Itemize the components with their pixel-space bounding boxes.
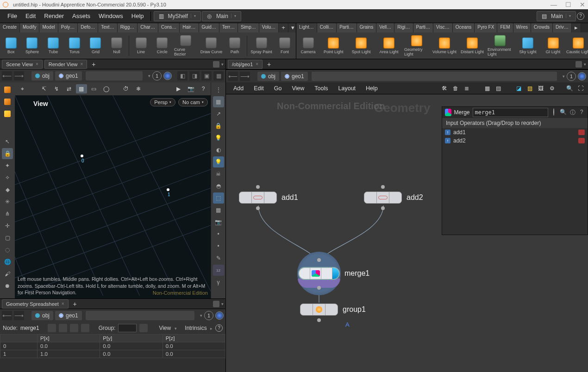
nav-back-button[interactable]: ⟵ bbox=[2, 71, 12, 81]
tool-draw-curve[interactable]: Draw Curve bbox=[200, 37, 223, 54]
group-picker[interactable] bbox=[139, 324, 148, 332]
panel-menu-button[interactable]: ▾ bbox=[221, 302, 224, 306]
vp-mode-8[interactable]: ❄ bbox=[133, 84, 144, 93]
camera-menu[interactable]: Persp▾ bbox=[150, 98, 175, 106]
tool-font[interactable]: Font bbox=[275, 37, 294, 54]
search-icon[interactable]: 🔍 bbox=[560, 109, 567, 116]
gear-icon[interactable] bbox=[551, 109, 557, 116]
shelf-tab[interactable]: Parti… bbox=[413, 23, 434, 32]
path-history-button[interactable]: ▾ bbox=[200, 313, 202, 318]
path-field[interactable] bbox=[86, 311, 194, 320]
shelf-tab-menu[interactable]: ▾ bbox=[288, 23, 296, 32]
net-menu-go[interactable]: Go bbox=[269, 83, 287, 93]
tool-env-light[interactable]: Environment Light bbox=[488, 35, 513, 56]
select-point-tool[interactable] bbox=[2, 108, 13, 119]
display-cam[interactable]: 📷 bbox=[213, 217, 224, 228]
menu-file[interactable]: File bbox=[4, 11, 21, 21]
tool-path[interactable]: Path bbox=[225, 37, 244, 54]
shelf-tab[interactable]: Cons… bbox=[158, 23, 180, 32]
tab-add-button[interactable]: + bbox=[264, 61, 274, 68]
axis-tool[interactable]: ✛ bbox=[2, 220, 13, 231]
menu-windows[interactable]: Windows bbox=[95, 11, 127, 21]
paint-tool[interactable]: 🖌 bbox=[2, 268, 13, 279]
pin-number[interactable]: 1 bbox=[204, 311, 213, 320]
tab-add-button[interactable]: + bbox=[89, 61, 98, 68]
shelf-tab[interactable]: Light… bbox=[296, 23, 317, 32]
tool-camera[interactable]: Camera bbox=[298, 37, 318, 54]
display-lock[interactable]: 🔒 bbox=[213, 120, 224, 131]
shelf-tab[interactable]: Terr… bbox=[219, 23, 238, 32]
net-menu-help[interactable]: Help bbox=[361, 83, 382, 93]
display-hull[interactable]: ▦ bbox=[213, 96, 224, 107]
network-graph[interactable]: Non-Commercial Edition Geometry add1 bbox=[226, 94, 588, 372]
node-add1[interactable]: add1 bbox=[239, 192, 298, 204]
viewport-3d[interactable]: View Persp▾ No cam▾ 0 1 Left mouse tumbl… bbox=[15, 95, 211, 298]
path-history-button[interactable]: ▾ bbox=[563, 74, 565, 79]
maximize-button[interactable]: ☐ bbox=[565, 1, 571, 8]
col-px[interactable]: P[x] bbox=[38, 335, 100, 342]
path-history-button[interactable]: ▾ bbox=[148, 74, 150, 78]
path-field[interactable] bbox=[312, 72, 557, 81]
snap-point-tool[interactable]: ✦ bbox=[2, 160, 13, 171]
node-add2[interactable]: add2 bbox=[364, 192, 423, 204]
shelf-tab[interactable]: Hair… bbox=[180, 23, 199, 32]
shelf-tab[interactable]: Parti… bbox=[337, 23, 357, 32]
shelf-tab[interactable]: Driv… bbox=[553, 23, 572, 32]
net-icon-wrench[interactable]: 🛠 bbox=[440, 84, 449, 93]
tool-sky-light[interactable]: Sky Light bbox=[515, 37, 540, 54]
net-icon-sticky[interactable]: ◪ bbox=[514, 84, 523, 93]
spreadsheet-table[interactable]: P[x] P[y] P[z] 00.00.00.0 11.00.00.0 bbox=[0, 334, 225, 372]
col-pz[interactable]: P[z] bbox=[163, 335, 225, 342]
view-dropdown[interactable]: View ▾ bbox=[159, 325, 176, 331]
net-icon-gear[interactable]: ⚙ bbox=[547, 84, 557, 93]
net-icon-grid1[interactable]: ▦ bbox=[482, 84, 492, 93]
vp-mode-1[interactable]: ↸ bbox=[38, 84, 50, 93]
nav-fwd-button[interactable]: ⟶ bbox=[14, 311, 24, 320]
tool-volume-light[interactable]: Volume Light bbox=[432, 37, 457, 54]
shelf-tab[interactable]: Oceans bbox=[453, 23, 475, 32]
shelf-tab[interactable]: Modify bbox=[20, 23, 39, 32]
snap-multi-tool[interactable]: ✳ bbox=[2, 196, 13, 207]
desktop-dropdown[interactable]: ◎ Main ▾ bbox=[202, 11, 241, 21]
record-tool[interactable]: ⏺ bbox=[2, 280, 13, 291]
display-opt-4[interactable]: ▦ bbox=[213, 71, 224, 81]
minimize-button[interactable]: — bbox=[550, 1, 557, 8]
param-input-row[interactable]: ↑ add1 bbox=[442, 128, 588, 136]
vp-mode-3[interactable]: ⇄ bbox=[63, 84, 75, 93]
intrinsics-dropdown[interactable]: Intrinsics ▸ bbox=[185, 325, 213, 331]
delete-input-button[interactable] bbox=[578, 130, 585, 135]
pin-number[interactable]: 1 bbox=[152, 71, 162, 81]
net-icon-note[interactable]: ▧ bbox=[525, 84, 534, 93]
tool-tube[interactable]: Tube bbox=[44, 37, 63, 54]
nav-back-button[interactable]: ⟵ bbox=[228, 72, 238, 81]
display-bulb[interactable]: 💡 bbox=[213, 156, 224, 167]
net-icon-list[interactable]: ≣ bbox=[462, 84, 471, 93]
vp-help-button[interactable]: ? bbox=[198, 84, 209, 93]
net-menu-layout[interactable]: Layout bbox=[334, 83, 361, 93]
display-toggle-b[interactable]: • bbox=[213, 241, 224, 252]
net-menu-tools[interactable]: Tools bbox=[310, 83, 332, 93]
shelf-tab[interactable]: Crowds bbox=[531, 23, 553, 32]
tool-null[interactable]: Null bbox=[107, 37, 126, 54]
reorder-icon[interactable]: ↑ bbox=[445, 138, 450, 143]
shelf-tab[interactable]: Model bbox=[39, 23, 58, 32]
node-name-input[interactable] bbox=[473, 108, 548, 117]
desktop2-dropdown[interactable]: ▤ Main ▾ bbox=[537, 11, 576, 21]
tool-sphere[interactable]: Sphere bbox=[23, 37, 42, 54]
path-crumb-geo1[interactable]: geo1 bbox=[55, 311, 82, 320]
close-icon[interactable]: × bbox=[62, 301, 64, 306]
pin-number[interactable]: 1 bbox=[567, 72, 576, 81]
path-crumb-obj[interactable]: obj bbox=[31, 311, 53, 320]
display-toggle-a[interactable]: • bbox=[213, 229, 224, 240]
help-button[interactable]: ? bbox=[577, 12, 584, 20]
panel-menu-button[interactable]: ▾ bbox=[221, 62, 224, 67]
shelf-tab[interactable]: Rigi… bbox=[394, 23, 413, 32]
shelf-tab[interactable]: Grains bbox=[357, 23, 376, 32]
nav-fwd-button[interactable]: ⟶ bbox=[240, 72, 250, 81]
vp-snapshot-button[interactable]: 📷 bbox=[185, 84, 196, 93]
tab-geometry-spreadsheet[interactable]: Geometry Spreadsheet× bbox=[2, 299, 69, 309]
shelf-tab[interactable]: Guid… bbox=[199, 23, 219, 32]
display-bg[interactable]: ▦ bbox=[213, 205, 224, 216]
bbox-tool[interactable]: ▢ bbox=[2, 232, 13, 243]
panel-float-button[interactable] bbox=[575, 61, 582, 68]
